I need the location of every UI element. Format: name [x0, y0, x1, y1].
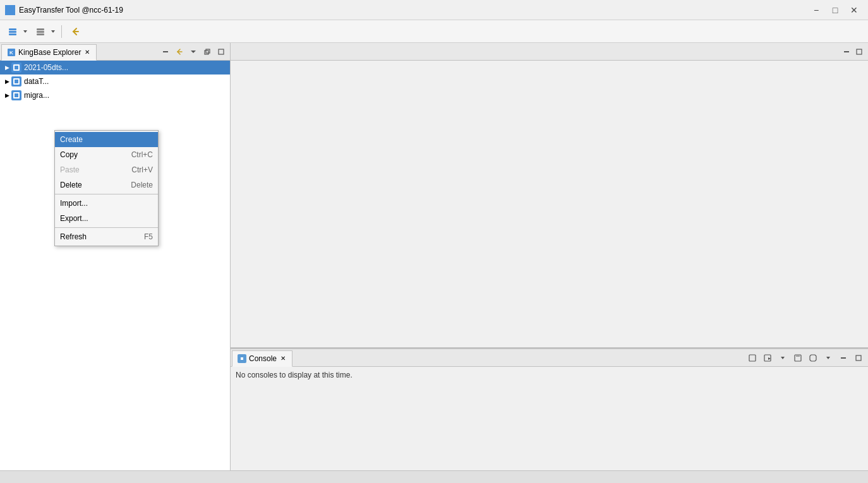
ctx-copy[interactable]: Copy Ctrl+C	[55, 147, 158, 162]
svg-rect-12	[205, 51, 208, 54]
svg-text:K: K	[9, 50, 13, 56]
console-btn-1[interactable]	[745, 351, 759, 365]
tree-expand-icon-2: ▶	[3, 77, 11, 86]
kingbase-explorer-label: KingBase Explorer	[18, 48, 81, 57]
svg-rect-2	[9, 33, 16, 35]
panel-back-button[interactable]	[173, 45, 186, 58]
ctx-copy-shortcut: Ctrl+C	[131, 150, 153, 159]
svg-rect-15	[844, 51, 849, 52]
database-icon	[8, 27, 18, 37]
toolbar-button-2[interactable]	[32, 23, 49, 40]
title-bar-controls: − □ ✕	[807, 4, 863, 16]
right-panel-content	[231, 61, 868, 347]
svg-rect-27	[841, 357, 846, 359]
tree-item-label-1: 2021-05dts...	[24, 63, 68, 72]
console-tab-close[interactable]: ✕	[279, 355, 287, 362]
db-icon-3	[11, 90, 21, 100]
console-maximize-button[interactable]	[852, 351, 865, 365]
toolbar-dropdown-1	[4, 23, 29, 40]
svg-marker-3	[23, 30, 27, 33]
ctx-paste: Paste Ctrl+V	[55, 162, 158, 177]
svg-rect-10	[163, 51, 168, 52]
tree-item-migra[interactable]: ▶ migra...	[0, 88, 230, 102]
context-menu: Create Copy Ctrl+C Paste Ctrl+V Delete D…	[54, 130, 159, 246]
toolbar-arrow-2[interactable]	[49, 23, 57, 40]
panel-minimize-button[interactable]	[159, 45, 172, 58]
svg-rect-6	[37, 33, 44, 35]
svg-rect-5	[37, 31, 44, 33]
kingbase-icon: K	[7, 48, 16, 57]
db-icon-1	[11, 63, 21, 73]
maximize-button[interactable]: □	[826, 4, 844, 16]
svg-rect-1	[9, 31, 16, 33]
ctx-refresh-shortcut: F5	[144, 232, 153, 241]
toolbar-arrow-1[interactable]	[21, 23, 29, 40]
right-panel: Console ✕	[231, 43, 868, 470]
console-btn-dropdown2[interactable]	[821, 351, 835, 365]
panel-tab-controls	[159, 45, 230, 58]
right-panel-minimize-button[interactable]	[840, 45, 853, 58]
ctx-refresh-label: Refresh	[60, 232, 87, 241]
toolbar-dropdown-2	[32, 23, 57, 40]
svg-rect-13	[206, 49, 210, 53]
right-panel-maximize-button[interactable]	[853, 45, 865, 58]
title-bar-title: EasyTransfer Tool @ncc-61-19	[19, 6, 123, 15]
console-btn-2[interactable]	[761, 351, 775, 365]
close-button[interactable]: ✕	[845, 4, 863, 16]
minimize-button[interactable]: −	[807, 4, 825, 16]
tree-item-datat[interactable]: ▶ dataT...	[0, 75, 230, 88]
console-icon	[238, 354, 246, 363]
svg-rect-18	[241, 357, 243, 360]
tree-item-2021[interactable]: ▶ 2021-05dts...	[0, 61, 230, 75]
tree-view[interactable]: ▶ 2021-05dts... ▶ dataT... ▶ migra...	[0, 61, 230, 470]
ctx-import-label: Import...	[60, 199, 88, 208]
title-bar: EasyTransfer Tool @ncc-61-19 − □ ✕	[0, 0, 868, 20]
toolbar-button-1[interactable]	[4, 23, 21, 40]
panel-dropdown-button[interactable]	[187, 45, 200, 58]
panel-tab-bar: K KingBase Explorer ✕	[0, 43, 230, 61]
db-icon-2	[11, 76, 21, 86]
ctx-create[interactable]: Create	[55, 132, 158, 147]
kingbase-explorer-close[interactable]: ✕	[83, 49, 91, 56]
console-tab[interactable]: Console ✕	[232, 350, 292, 367]
kingbase-explorer-tab[interactable]: K KingBase Explorer ✕	[1, 44, 97, 61]
console-dropdown-arrow[interactable]	[776, 351, 790, 365]
toolbar-separator	[61, 25, 62, 38]
ctx-export[interactable]: Export...	[55, 211, 158, 226]
tree-item-label-2: dataT...	[24, 77, 49, 86]
console-btn-3[interactable]	[791, 351, 805, 365]
title-bar-left: EasyTransfer Tool @ncc-61-19	[5, 5, 123, 15]
ctx-delete-shortcut: Delete	[131, 181, 153, 189]
left-panel: K KingBase Explorer ✕	[0, 43, 231, 470]
transfer-icon	[35, 27, 45, 37]
panel-maximize-button[interactable]	[215, 45, 227, 58]
ctx-copy-label: Copy	[60, 150, 78, 159]
status-bar	[0, 470, 868, 483]
svg-marker-22	[781, 357, 785, 359]
tree-expand-icon-1: ▶	[3, 63, 11, 72]
ctx-import[interactable]: Import...	[55, 196, 158, 211]
tree-expand-icon-3: ▶	[3, 91, 11, 100]
svg-rect-14	[219, 49, 224, 54]
console-btn-4[interactable]	[806, 351, 820, 365]
console-content: No consoles to display at this time.	[231, 367, 868, 470]
console-minimize-button[interactable]	[836, 351, 850, 365]
ctx-delete-label: Delete	[60, 181, 82, 189]
ctx-delete[interactable]: Delete Delete	[55, 177, 158, 193]
console-tab-label: Console	[249, 354, 277, 363]
ctx-refresh[interactable]: Refresh F5	[55, 229, 158, 244]
svg-rect-20	[764, 355, 771, 361]
svg-rect-28	[856, 355, 861, 361]
tree-item-label-3: migra...	[24, 91, 49, 100]
right-panel-header	[231, 43, 868, 61]
svg-rect-0	[9, 28, 16, 30]
ctx-paste-label: Paste	[60, 165, 80, 174]
ctx-separator-1	[55, 194, 158, 194]
console-tab-bar: Console ✕	[231, 349, 868, 367]
app-icon	[5, 5, 15, 15]
panel-restore-button[interactable]	[201, 45, 214, 58]
ctx-paste-shortcut: Ctrl+V	[131, 165, 153, 174]
svg-rect-16	[857, 49, 862, 54]
svg-rect-19	[749, 355, 756, 361]
toolbar-back-button[interactable]	[66, 23, 84, 40]
